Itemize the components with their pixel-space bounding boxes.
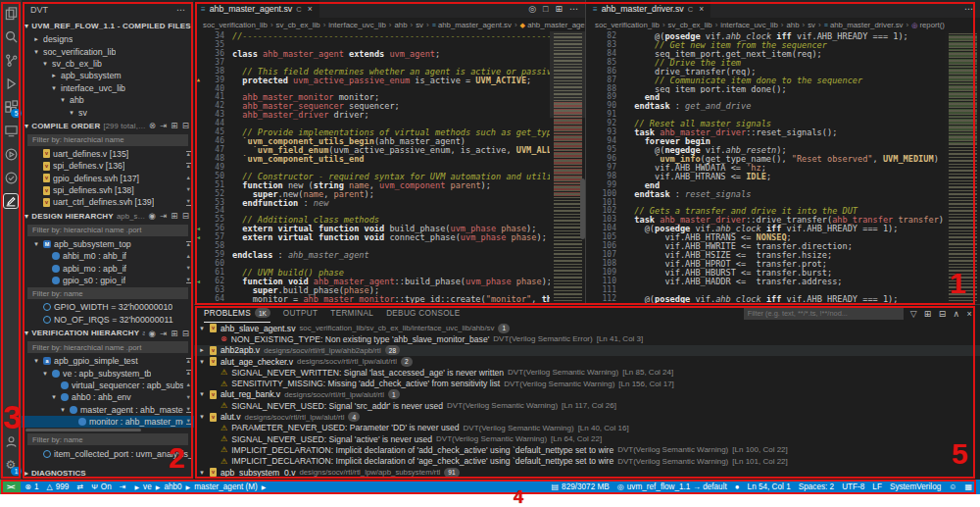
- chevron-down-icon[interactable]: ▾: [32, 357, 40, 365]
- tree-item[interactable]: virtual_sequencer : apb_subsystem_virtua…: [22, 380, 194, 391]
- panel-tab-output[interactable]: OUTPUT: [283, 305, 318, 322]
- tree-item[interactable]: vspi_defines.v [136]▲: [22, 160, 194, 172]
- duplicate-icon[interactable]: ⊟: [182, 211, 189, 221]
- problem-item-row[interactable]: ⚠SENSITIVITY_MISSING: Missing 'add_check…: [194, 378, 980, 388]
- code-lines-right[interactable]: 82 @(posedge vif.ahb_clock iff vif.AHB_H…: [586, 31, 945, 304]
- copy-icon[interactable]: ⊞: [171, 121, 177, 130]
- status-layout_r[interactable]: ▦: [960, 480, 976, 494]
- problem-file-row[interactable]: ▾vapb_subsystem_0.vdesigns/socv/rtl/rtl_…: [194, 467, 980, 478]
- collapse-all-icon[interactable]: ⊟: [939, 309, 947, 319]
- chevron-down-icon[interactable]: ▾: [198, 413, 206, 421]
- tab-ahb-master-agent[interactable]: ≡ ahb_master_agent.sv C ×: [194, 0, 319, 18]
- problem-file-row[interactable]: ▾vahb_slave_agent.svsoc_verification_lib…: [194, 323, 980, 333]
- verification-hierarchy-header[interactable]: ▾ VERIFICATION HIERARCHY apb_gpio_... ◉ …: [22, 326, 194, 340]
- status-antenna[interactable]: ΨOn: [87, 480, 116, 494]
- reorder-arrow-icon[interactable]: ▼: [186, 407, 191, 414]
- chevron-down-icon[interactable]: ▾: [198, 358, 206, 366]
- reorder-arrow-icon[interactable]: ▲: [186, 370, 191, 377]
- breadcrumb-item[interactable]: ◎ report(): [911, 21, 945, 29]
- breadcrumb-item[interactable]: ≡ ahb_master_agent.sv: [432, 21, 512, 29]
- clear-icon[interactable]: ⊗: [149, 121, 156, 130]
- status-warning[interactable]: △999: [43, 480, 74, 494]
- status-gauge[interactable]: ▤829/3072 MB: [548, 480, 613, 494]
- reorder-arrow-icon[interactable]: ▼: [186, 199, 191, 206]
- reorder-arrow-icon[interactable]: ▼: [186, 395, 191, 401]
- chevron-right-icon[interactable]: ▸: [50, 72, 58, 79]
- breadcrumb-item[interactable]: interface_uvc_lib: [328, 21, 386, 29]
- breadcrumb-right[interactable]: soc_verification_lib›sv_cb_ex_lib›interf…: [586, 18, 980, 31]
- problem-item-row[interactable]: ⚠IMPLICIT_DECLARATION: Implicit declarat…: [194, 456, 980, 467]
- chevron-right-icon[interactable]: ▸: [198, 346, 206, 354]
- design-hierarchy-header[interactable]: ▾ DESIGN HIERARCHY apb_subsystem_t... ◉ …: [22, 209, 194, 224]
- breadcrumb-item[interactable]: soc_verification_lib: [203, 21, 268, 29]
- check-icon[interactable]: [3, 170, 19, 185]
- explorer-icon[interactable]: [3, 5, 19, 21]
- status-feedback[interactable]: ☺: [945, 480, 960, 494]
- more-icon[interactable]: ⋯: [964, 4, 973, 14]
- tree-item[interactable]: vspi_defines.svh [138]▼: [22, 184, 194, 196]
- status-sync[interactable]: ⇄: [73, 480, 87, 494]
- verification-name-filter-input[interactable]: Filter by: name: [27, 433, 188, 445]
- panel-tab-problems[interactable]: PROBLEMS1K: [204, 305, 270, 323]
- status-lf[interactable]: LF: [868, 480, 886, 494]
- reorder-arrow-icon[interactable]: ▲: [186, 358, 191, 365]
- minimap-left[interactable]: [550, 31, 585, 304]
- account-icon[interactable]: [3, 433, 19, 449]
- chevron-down-icon[interactable]: ▾: [68, 109, 75, 117]
- tree-item[interactable]: NO_OF_IRQS = 32'h00000011: [22, 314, 194, 326]
- tree-item[interactable]: apbi_mo : apb_if▼: [22, 262, 194, 274]
- view-as-table-icon[interactable]: ⊞: [924, 309, 932, 319]
- breadcrumb-item[interactable]: soc_verification_lib: [595, 21, 660, 29]
- copy-icon[interactable]: ⊞: [171, 211, 177, 221]
- verification-hierarchy-filter-input[interactable]: Filter by: hierarchical name .port: [27, 341, 188, 353]
- vertical-scrollbar[interactable]: [580, 178, 585, 239]
- duplicate-icon[interactable]: ⊟: [182, 329, 189, 338]
- tree-item[interactable]: ▾ve : apb_subsystem_tb▲: [22, 367, 194, 379]
- breadcrumb-item[interactable]: sv_cb_ex_lib: [668, 21, 712, 29]
- design-name-filter-input[interactable]: Filter by: name: [27, 287, 188, 299]
- tree-item[interactable]: vuart_ctrl_defines.svh [139]▼: [22, 196, 194, 208]
- tree-item[interactable]: ▸designs: [22, 33, 194, 45]
- split-icon[interactable]: □: [543, 4, 548, 14]
- tree-item[interactable]: ahbi_m0 : ahb_if▲: [22, 250, 194, 262]
- remote-icon[interactable]: [3, 123, 19, 138]
- reorder-arrow-icon[interactable]: ▼: [186, 278, 191, 284]
- maximize-panel-icon[interactable]: ∧: [954, 309, 960, 319]
- tree-item[interactable]: monitor : ahb_master_monitor▼: [22, 416, 194, 428]
- persons-icon[interactable]: ◉: [148, 329, 156, 338]
- tab-ahb-master-driver[interactable]: ≡ ahb_master_driver.sv C ×: [586, 0, 710, 18]
- pin-icon[interactable]: ⇥: [160, 121, 167, 130]
- problem-item-row[interactable]: ⚠SIGNAL_NEVER_WRITTEN: Signal 'last_acce…: [194, 367, 980, 378]
- diagnostics-header[interactable]: ▸ DIAGNOSTICS: [22, 466, 194, 480]
- filter-funnel-icon[interactable]: ▽: [910, 309, 917, 319]
- code-lines-left[interactable]: 34//------------------------------------…: [194, 31, 550, 304]
- close-icon[interactable]: ×: [308, 4, 313, 14]
- problems-filter-input[interactable]: [744, 308, 904, 320]
- tree-item[interactable]: vuart_defines.v [135]▲: [22, 148, 194, 160]
- problem-item-row[interactable]: ⚠SIGNAL_NEVER_USED: Signal 'src_addr' is…: [194, 400, 980, 411]
- chevron-down-icon[interactable]: ▾: [59, 406, 67, 414]
- status-ln-54-col-1[interactable]: Ln 54, Col 1: [744, 480, 795, 494]
- tree-item[interactable]: item_collected_port : uvm_analysis_port: [22, 447, 194, 459]
- runview-icon[interactable]: [3, 146, 19, 162]
- breadcrumb-item[interactable]: ahb: [786, 21, 799, 29]
- panel-tab-terminal[interactable]: TERMINAL: [330, 305, 373, 322]
- problem-file-row[interactable]: ▸vahb2apb.vdesigns/socv/rtl/rtl_lpw/ahb2…: [194, 345, 980, 356]
- reorder-arrow-icon[interactable]: ▲: [186, 254, 191, 260]
- tree-item[interactable]: ▾aapb_gpio_simple_test▲: [22, 355, 194, 367]
- gear-icon[interactable]: ⚙1: [3, 457, 19, 473]
- pin-icon[interactable]: ⇥: [160, 211, 167, 221]
- problem-file-row[interactable]: ▾valut_reg_bank.vdesigns/socv/rtl/rtl_lp…: [194, 389, 980, 400]
- breadcrumb-item[interactable]: ≡ ahb_master_driver.sv: [824, 21, 904, 29]
- pin-icon[interactable]: ⇥: [160, 329, 167, 338]
- problem-item-row[interactable]: ⚠SIGNAL_NEVER_USED: Signal 'active' is n…: [194, 433, 980, 444]
- reorder-arrow-icon[interactable]: ▼: [186, 266, 191, 272]
- chevron-down-icon[interactable]: ▾: [198, 390, 206, 398]
- design-hierarchy-filter-input[interactable]: Filter by: hierarchical name .port: [27, 225, 188, 236]
- chevron-down-icon[interactable]: ▾: [41, 370, 49, 378]
- search-icon[interactable]: [3, 28, 19, 44]
- compiled-files-header[interactable]: ▾ UVM_REF_FLOW_1.1 - COMPILED FILES ⊞: [22, 19, 194, 33]
- tree-item[interactable]: ▾master_agent : ahb_master_agent▼: [22, 404, 194, 416]
- tree-item[interactable]: ▾Mapb_subsystem_top▲: [22, 238, 194, 250]
- extensions-icon[interactable]: 5: [3, 99, 19, 115]
